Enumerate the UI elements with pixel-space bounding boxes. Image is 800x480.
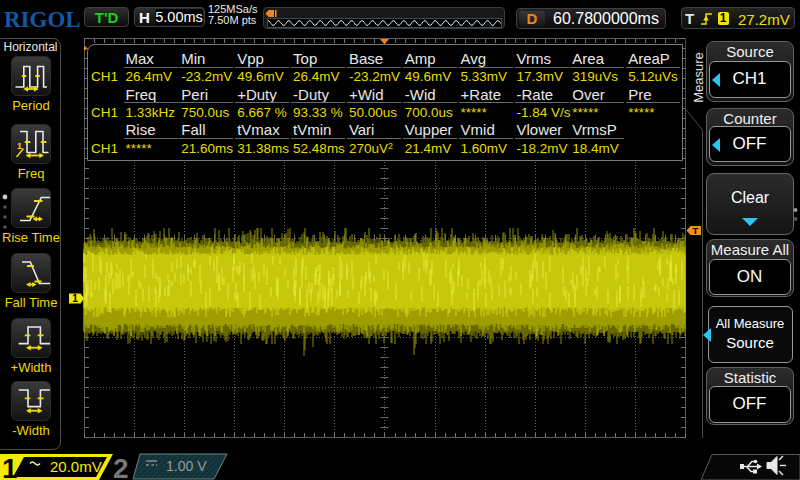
svg-text:T: T bbox=[693, 225, 699, 236]
svg-text:1.00 V: 1.00 V bbox=[166, 458, 207, 474]
svg-text:1: 1 bbox=[17, 141, 22, 151]
svg-text:1: 1 bbox=[72, 293, 78, 304]
svg-text:2: 2 bbox=[113, 453, 129, 480]
svg-text:1: 1 bbox=[2, 453, 18, 480]
svg-text:20.0mV: 20.0mV bbox=[50, 458, 102, 475]
